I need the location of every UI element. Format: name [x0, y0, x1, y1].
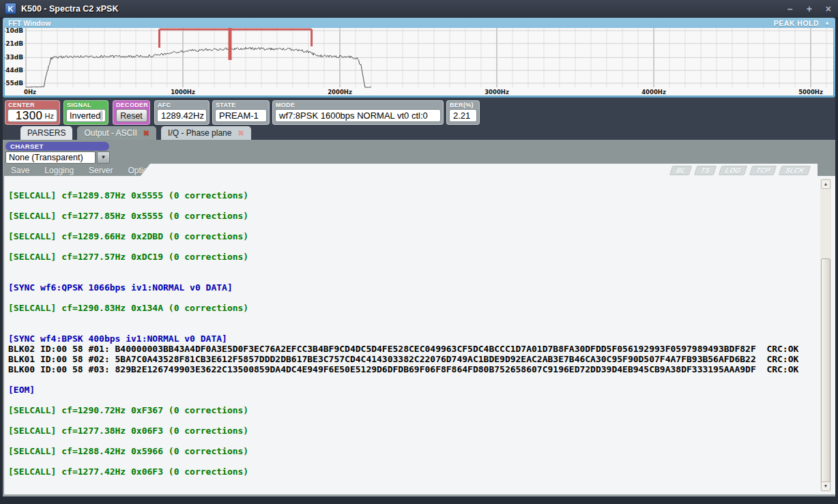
- tab-output-ascii[interactable]: Output - ASCII ✖: [77, 126, 156, 140]
- output-line-selcall: [SELCALL] cf=1288.42Hz 0x5966 (0 correct…: [8, 446, 819, 456]
- output-blank-line: [8, 262, 819, 272]
- scroll-down-button[interactable]: ▼: [821, 481, 830, 491]
- tab-iq-phase-plane[interactable]: I/Q - Phase plane ✖: [161, 126, 251, 140]
- charset-select[interactable]: None (Transparent): [5, 151, 96, 164]
- title-bar: K K500 - Spectra C2 xPSK – + ×: [0, 0, 838, 17]
- inverted-label: Inverted: [70, 111, 100, 121]
- output-line-blk: BLK00 ID:00 58 #03: 829B2E126749903E3622…: [8, 364, 819, 374]
- status-badge-bl: BL: [669, 166, 693, 175]
- app-icon: K: [5, 3, 16, 14]
- inverted-checkbox[interactable]: [100, 110, 102, 121]
- fft-title: FFT Window: [8, 19, 50, 27]
- fft-header: FFT Window PEAK HOLD ▲: [3, 18, 835, 28]
- close-button[interactable]: ×: [826, 4, 831, 14]
- peak-hold-arrow-icon[interactable]: ▲: [824, 20, 830, 26]
- svg-text:-33dB: -33dB: [5, 54, 23, 61]
- output-line-selcall: [SELCALL] cf=1277.42Hz 0x06F3 (0 correct…: [8, 466, 819, 477]
- output-line-blk: BLK02 ID:00 58 #01: B40000003BB43A4DF0A3…: [8, 344, 819, 354]
- svg-text:1000Hz: 1000Hz: [171, 89, 195, 95]
- output-blank-line: [8, 456, 819, 466]
- status-badge-slck: SLCK: [778, 166, 811, 175]
- maximize-button[interactable]: +: [807, 4, 812, 14]
- scroll-up-button[interactable]: ▲: [821, 179, 830, 189]
- output-blank-line: [8, 395, 819, 405]
- signal-panel: SIGNAL Inverted: [63, 100, 109, 125]
- peak-hold-label[interactable]: PEAK HOLD: [774, 19, 819, 27]
- reset-button[interactable]: Reset: [116, 109, 147, 122]
- output-line-sync: [SYNC wf6:QPSK 1066bps iv1:NORMAL v0 DAT…: [8, 282, 819, 293]
- charset-dropdown-button[interactable]: ▼: [97, 151, 110, 164]
- mode-panel: MODE wf7:8PSK 1600bps NORMAL vt0 ctl:0: [272, 100, 444, 125]
- menu-item-server[interactable]: Server: [89, 166, 113, 175]
- svg-text:-44dB: -44dB: [5, 67, 23, 74]
- output-blank-line: [8, 313, 819, 323]
- center-panel: CENTER 1300 Hz: [5, 100, 60, 125]
- svg-text:3000Hz: 3000Hz: [485, 89, 509, 95]
- output-line-selcall: [SELCALL] cf=1277.85Hz 0x5555 (0 correct…: [8, 211, 819, 221]
- svg-text:4000Hz: 4000Hz: [641, 89, 666, 95]
- output-line-selcall: [SELCALL] cf=1277.57Hz 0xDC19 (0 correct…: [8, 252, 819, 262]
- tab-close-icon[interactable]: ✖: [143, 129, 149, 138]
- mode-label: MODE: [276, 102, 443, 108]
- window-title: K500 - Spectra C2 xPSK: [21, 4, 118, 14]
- output-blank-line: [8, 272, 819, 282]
- status-badge-tcp: TCP: [749, 166, 777, 175]
- tab-close-icon[interactable]: ✖: [237, 129, 244, 138]
- output-pane-top: BLTSLOGTCPSLCK: [141, 164, 818, 176]
- menu-row: SaveLoggingServerOptions: [11, 166, 156, 175]
- control-bar: CENTER 1300 Hz SIGNAL Inverted DECODER R…: [3, 98, 835, 140]
- center-value[interactable]: 1300 Hz: [8, 109, 57, 122]
- ber-label: BER(%): [450, 102, 479, 108]
- output-blank-line: [8, 415, 819, 426]
- output-blank-line: [8, 201, 819, 211]
- decoder-label: DECODER: [116, 102, 149, 108]
- fft-plot[interactable]: -10dB-21dB-33dB-44dB-55dB0Hz1000Hz2000Hz…: [5, 28, 833, 95]
- output-text: [SELCALL] cf=1289.87Hz 0x5555 (0 correct…: [8, 190, 819, 493]
- tab-bar: PARSERS Output - ASCII ✖ I/Q - Phase pla…: [20, 126, 251, 140]
- output-pane: [SELCALL] cf=1289.87Hz 0x5555 (0 correct…: [3, 176, 835, 494]
- minimize-button[interactable]: –: [788, 4, 793, 14]
- charset-label: CHARSET: [5, 142, 109, 151]
- output-line-blk: BLK01 ID:00 58 #02: 5BA7C0A43528F81CB3E6…: [8, 354, 819, 364]
- afc-panel: AFC 1289.42Hz: [154, 100, 210, 125]
- output-line-selcall: [SELCALL] cf=1290.72Hz 0xF367 (0 correct…: [8, 405, 819, 415]
- window-frame-bottom: [3, 494, 835, 496]
- state-label: STATE: [216, 102, 269, 108]
- output-blank-line: [8, 323, 819, 333]
- menu-item-logging[interactable]: Logging: [44, 166, 74, 175]
- output-line-selcall: [SELCALL] cf=1290.83Hz 0x134A (0 correct…: [8, 303, 819, 313]
- status-badge-ts: TS: [694, 166, 717, 175]
- status-badge-log: LOG: [719, 166, 747, 175]
- svg-text:-21dB: -21dB: [5, 40, 23, 47]
- afc-label: AFC: [158, 102, 209, 108]
- tab-parsers[interactable]: PARSERS: [20, 126, 72, 140]
- scrollbar[interactable]: ▲ ▼: [820, 179, 831, 492]
- svg-text:-10dB: -10dB: [5, 28, 23, 34]
- mode-value: wf7:8PSK 1600bps NORMAL vt0 ctl:0: [275, 109, 441, 122]
- state-panel: STATE PREAM-1: [212, 100, 270, 125]
- ber-value: 2.21: [449, 109, 477, 122]
- output-line-selcall: [SELCALL] cf=1277.38Hz 0x06F3 (0 correct…: [8, 426, 819, 436]
- decoder-panel: DECODER Reset: [113, 100, 150, 125]
- state-value: PREAM-1: [215, 109, 267, 122]
- chevron-down-icon: ▼: [101, 154, 106, 160]
- window-controls: – + ×: [788, 0, 831, 17]
- signal-label: SIGNAL: [67, 102, 108, 108]
- svg-text:0Hz: 0Hz: [24, 89, 36, 95]
- output-line-eom: [EOM]: [8, 385, 819, 395]
- menu-item-save[interactable]: Save: [11, 166, 29, 175]
- status-badges: BLTSLOGTCPSLCK: [671, 166, 809, 175]
- output-blank-line: [8, 374, 819, 385]
- fft-panel: FFT Window PEAK HOLD ▲ -10dB-21dB-33dB-4…: [3, 18, 835, 98]
- svg-text:5000Hz: 5000Hz: [798, 89, 823, 95]
- svg-text:2000Hz: 2000Hz: [328, 89, 352, 95]
- output-line-selcall: [SELCALL] cf=1289.66Hz 0x2DBD (0 correct…: [8, 231, 819, 241]
- output-blank-line: [8, 221, 819, 231]
- output-blank-line: [8, 241, 819, 252]
- output-line-selcall: [SELCALL] cf=1289.87Hz 0x5555 (0 correct…: [8, 190, 819, 201]
- scroll-thumb[interactable]: [821, 258, 830, 484]
- afc-value: 1289.42Hz: [157, 109, 207, 122]
- center-label: CENTER: [8, 102, 59, 108]
- output-blank-line: [8, 436, 819, 446]
- ber-panel: BER(%) 2.21: [446, 100, 480, 125]
